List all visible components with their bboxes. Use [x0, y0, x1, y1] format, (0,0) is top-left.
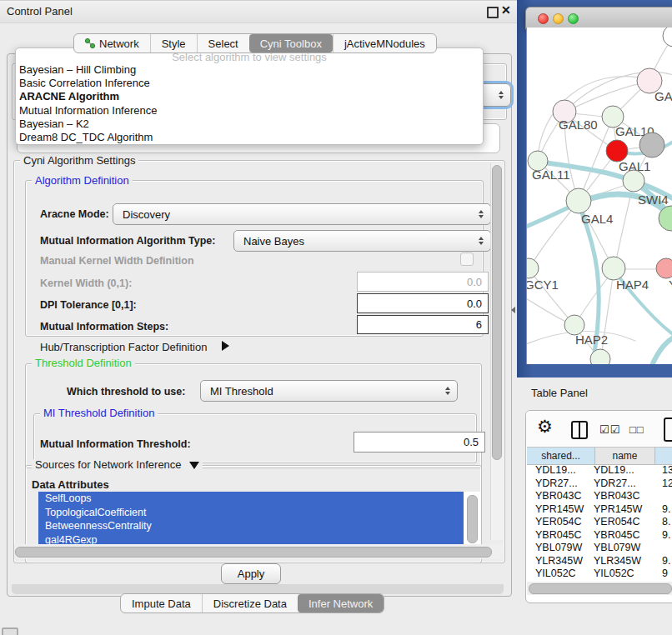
table-cell: YPR145W — [594, 503, 642, 515]
table-cell: 9. — [662, 529, 670, 541]
algorithm-definition-legend: Algorithm Definition — [32, 175, 133, 186]
table-row[interactable]: YBR043CYBR043C — [527, 490, 672, 503]
table-row[interactable]: YBL079WYBL079W — [527, 542, 672, 555]
column-header-shared[interactable]: shared... — [527, 448, 595, 464]
table-cell: 9. — [662, 555, 670, 567]
node-label-gcy1: GCY1 — [527, 278, 559, 292]
zoom-window-icon[interactable] — [568, 13, 579, 24]
tab-infer-network[interactable]: Infer Network — [298, 594, 384, 612]
settings-hscroll-thumb[interactable] — [15, 547, 492, 558]
network-node-gcy1[interactable] — [527, 258, 539, 278]
table-cell: YDR27... — [594, 478, 636, 489]
tab-style[interactable]: Style — [150, 34, 197, 52]
close-panel-icon[interactable]: ✕ — [501, 3, 511, 17]
settings-vscroll-track[interactable] — [490, 163, 503, 540]
data-attributes-label: Data Attributes — [32, 478, 109, 491]
apply-button-label: Apply — [238, 568, 265, 580]
node-label-y: Y — [669, 278, 672, 292]
expand-arrow-icon[interactable] — [222, 341, 229, 351]
sources-legend-text: Sources for Network Inference — [35, 458, 182, 471]
algorithm-option-mutual-information-inference[interactable]: Mutual Information Inference — [16, 104, 483, 118]
network-node[interactable] — [639, 132, 664, 158]
checked-columns-icon[interactable]: ☑☑ — [599, 423, 620, 436]
table-row[interactable]: YLR345WYLR345W9. — [527, 555, 672, 568]
unchecked-columns-icon[interactable]: □□ — [629, 423, 644, 436]
aracne-mode-label: Aracne Mode: — [40, 208, 109, 220]
table-row[interactable]: YIL052CYIL052C9 — [527, 568, 672, 580]
tab-network-label: Network — [99, 38, 139, 50]
table-hscroll-thumb[interactable] — [529, 583, 672, 594]
control-panel-tab-bar: NetworkStyleSelectCyni ToolboxjActiveMNo… — [73, 33, 437, 53]
dpi-tolerance-value: 0.0 — [467, 298, 482, 310]
collapse-arrow-icon[interactable] — [189, 462, 199, 469]
node-label-gal80: GAL80 — [559, 118, 598, 132]
network-graph-icon — [85, 38, 95, 48]
table-row[interactable]: YBR045CYBR045C9. — [527, 529, 672, 542]
column-header-name[interactable]: name — [595, 448, 655, 464]
settings-hscroll-track[interactable] — [14, 544, 503, 559]
hub-tf-definition-label[interactable]: Hub/Transcription Factor Definition — [40, 341, 207, 353]
tab-discretize-data[interactable]: Discretize Data — [202, 594, 298, 612]
tab-jactivemnodules[interactable]: jActiveMNodules — [333, 34, 436, 52]
algorithm-option-bayesian-k2[interactable]: Bayesian – K2 — [16, 118, 483, 131]
table-cell: 13 — [662, 464, 672, 476]
tab-impute-data[interactable]: Impute Data — [121, 594, 202, 612]
gear-icon[interactable]: ⚙ — [537, 417, 553, 437]
tab-cyni-toolbox[interactable]: Cyni Toolbox — [249, 34, 333, 52]
table-cell: 9 — [662, 568, 668, 579]
attributes-scrollbar[interactable] — [467, 495, 478, 543]
table-cell: 9. — [662, 503, 670, 515]
mi-algorithm-type-combo[interactable]: Naive Bayes — [233, 230, 491, 252]
algorithm-option-aracne-algorithm[interactable]: ARACNE Algorithm — [16, 90, 483, 103]
attribute-item-topologicalcoefficient[interactable]: TopologicalCoefficient — [38, 506, 464, 520]
collapsed-panel-button[interactable] — [2, 628, 18, 635]
minimize-window-icon[interactable] — [553, 13, 564, 24]
which-threshold-combo[interactable]: MI Threshold — [200, 380, 458, 402]
column-header-col2[interactable] — [655, 448, 672, 464]
attribute-item-betweennesscentrality[interactable]: BetweennessCentrality — [38, 519, 464, 533]
float-panel-icon[interactable] — [487, 7, 499, 18]
network-node-hap4[interactable] — [602, 257, 625, 280]
table-row[interactable]: YDR27...YDR27...12 — [527, 478, 672, 491]
table-cell: 12 — [662, 478, 672, 489]
attribute-item-selfloops[interactable]: SelfLoops — [38, 492, 464, 506]
apply-button[interactable]: Apply — [221, 563, 281, 584]
network-node-gal4[interactable] — [566, 188, 591, 213]
manual-kernel-checkbox[interactable] — [460, 252, 474, 266]
table-row[interactable]: YPR145WYPR145W9. — [527, 503, 672, 517]
algorithm-option-dream8-dc-tdc-algorithm[interactable]: Dream8 DC_TDC Algorithm — [16, 131, 483, 144]
settings-vscroll-thumb[interactable] — [492, 165, 502, 460]
network-node-swi4[interactable] — [623, 170, 644, 192]
tab-select[interactable]: Select — [197, 34, 249, 52]
network-node[interactable] — [663, 28, 672, 47]
split-panel-icon[interactable] — [571, 421, 588, 439]
kernel-width-field[interactable]: 0.0 — [357, 272, 489, 292]
node-label-gal4: GAL4 — [581, 212, 613, 226]
algorithm-option-basic-correlation-inference[interactable]: Basic Correlation Inference — [16, 77, 483, 90]
aracne-mode-combo[interactable]: Discovery — [113, 203, 491, 225]
network-canvas[interactable]: GALGAL80GAL10GAL1GAL11SWI4GAL4GCY1HAP4YH… — [526, 28, 672, 364]
file-icon[interactable] — [664, 418, 672, 442]
close-window-icon[interactable] — [538, 13, 549, 24]
tab-network[interactable]: Network — [74, 34, 150, 52]
control-panel-title: Control Panel — [7, 5, 73, 18]
mi-steps-field[interactable]: 6 — [357, 315, 489, 334]
table-cell: YER054C — [535, 516, 582, 528]
table-row[interactable]: YDL19...YDL19...13 — [527, 464, 672, 478]
mi-threshold-field[interactable]: 0.5 — [354, 432, 485, 452]
algorithm-option-bayesian-hill-climbing[interactable]: Bayesian – Hill Climbing — [16, 63, 483, 77]
sources-legend[interactable]: Sources for Network Inference — [32, 459, 203, 470]
table-panel-title: Table Panel — [531, 387, 588, 399]
table-hscroll-track[interactable] — [527, 582, 672, 595]
network-node-y[interactable] — [656, 258, 672, 278]
dpi-tolerance-field[interactable]: 0.0 — [357, 293, 489, 313]
kernel-width-value: 0.0 — [467, 276, 482, 288]
table-toolbar: ⚙ ☑☑ □□ — [526, 411, 672, 446]
network-window-titlebar[interactable] — [525, 7, 672, 29]
table-header-row: shared...name — [527, 447, 672, 465]
splitpane-grabber-icon[interactable] — [511, 307, 515, 313]
table-row[interactable]: YER054CYER054C8. — [527, 516, 672, 529]
mi-steps-value: 6 — [476, 318, 482, 331]
combo-arrows-icon — [479, 210, 484, 218]
which-threshold-value: MI Threshold — [210, 385, 273, 398]
